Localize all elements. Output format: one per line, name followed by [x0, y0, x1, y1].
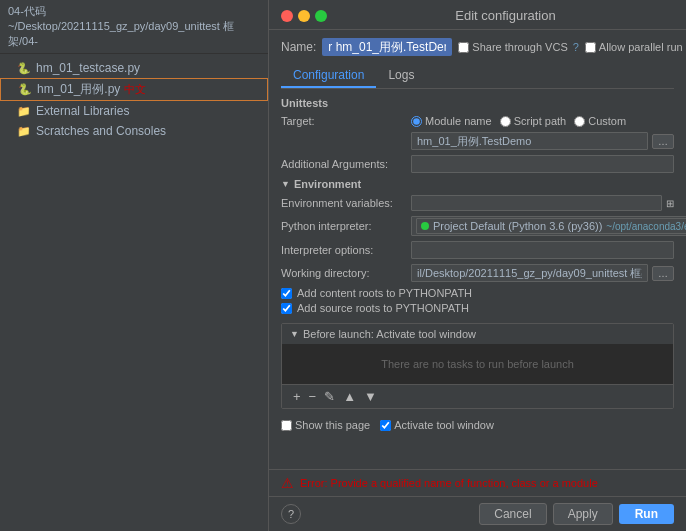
env-input-wrap [411, 195, 662, 211]
activate-tool-window-label: Activate tool window [380, 419, 494, 431]
before-launch-label: Before launch: Activate tool window [303, 328, 476, 340]
additional-args-row: Additional Arguments: [281, 155, 674, 173]
before-launch-body: There are no tasks to run before launch [282, 344, 673, 384]
error-message: Error: Provide a qualified name of funct… [300, 477, 598, 489]
allow-parallel-label: Allow parallel run [585, 41, 683, 53]
interpreter-path: ~/opt/anaconda3/env/ [606, 221, 686, 232]
show-page-label: Show this page [281, 419, 370, 431]
scratch-icon: 📁 [16, 123, 32, 139]
module-name-radio[interactable] [411, 116, 422, 127]
traffic-lights [281, 10, 327, 22]
tabs: Configuration Logs [281, 64, 674, 89]
working-dir-row: Working directory: … [281, 264, 674, 282]
py-file-icon: 🐍 [16, 60, 32, 76]
tree-item-hm01tc[interactable]: 🐍 hm_01_testcase.py [0, 58, 268, 78]
module-name-row: … [281, 132, 674, 150]
name-input[interactable] [322, 38, 452, 56]
tab-logs[interactable]: Logs [376, 64, 426, 88]
help-button[interactable]: ? [281, 504, 301, 524]
target-radio-group: Module name Script path Custom [411, 115, 674, 127]
module-name-input[interactable] [411, 132, 648, 150]
move-down-button[interactable]: ▼ [361, 388, 380, 405]
content-roots-row: Add content roots to PYTHONPATH [281, 287, 674, 299]
environment-toggle[interactable]: ▼ Environment [281, 178, 674, 190]
before-launch-toolbar: + − ✎ ▲ ▼ [282, 384, 673, 408]
tree-item-label: hm_01_testcase.py [36, 61, 140, 75]
working-dir-value: … [411, 264, 674, 282]
tree-item-extlib[interactable]: 📁 External Libraries [0, 101, 268, 121]
env-variables-value: ⊞ [411, 195, 674, 211]
tab-configuration[interactable]: Configuration [281, 64, 376, 88]
close-button[interactable] [281, 10, 293, 22]
additional-args-input[interactable] [411, 155, 674, 173]
source-roots-label: Add source roots to PYTHONPATH [297, 302, 469, 314]
interpreter-options-input[interactable] [411, 241, 674, 259]
target-row: Target: Module name Script path Custom [281, 115, 674, 127]
show-page-checkbox[interactable] [281, 420, 292, 431]
environment-label: Environment [294, 178, 361, 190]
before-launch-section: ▼ Before launch: Activate tool window Th… [281, 323, 674, 409]
working-dir-browse-button[interactable]: … [652, 266, 674, 281]
content-roots-checkbox[interactable] [281, 288, 292, 299]
source-roots-row: Add source roots to PYTHONPATH [281, 302, 674, 314]
before-launch-arrow: ▼ [290, 329, 299, 339]
minimize-button[interactable] [298, 10, 310, 22]
script-path-radio-label[interactable]: Script path [500, 115, 567, 127]
dialog-title: Edit configuration [337, 8, 674, 23]
tree-item-label: hm_01_用例.py [37, 81, 120, 98]
interpreter-name: Project Default (Python 3.6 (py36)) [433, 220, 602, 232]
working-dir-input[interactable] [411, 264, 648, 282]
content-roots-label: Add content roots to PYTHONPATH [297, 287, 472, 299]
add-task-button[interactable]: + [290, 388, 304, 405]
additional-args-label: Additional Arguments: [281, 158, 411, 170]
name-row: Name: Share through VCS ? Allow parallel… [281, 38, 674, 56]
share-help-icon[interactable]: ? [573, 41, 579, 53]
cancel-button[interactable]: Cancel [479, 503, 546, 525]
env-variables-label: Environment variables: [281, 197, 411, 209]
tree-item-scratch[interactable]: 📁 Scratches and Consoles [0, 121, 268, 141]
script-path-radio[interactable] [500, 116, 511, 127]
edit-configuration-dialog: Edit configuration Name: Share through V… [268, 0, 686, 531]
edit-task-button[interactable]: ✎ [321, 388, 338, 405]
remove-task-button[interactable]: − [306, 388, 320, 405]
module-name-browse-button[interactable]: … [652, 134, 674, 149]
env-variables-row: Environment variables: ⊞ [281, 195, 674, 211]
run-button[interactable]: Run [619, 504, 674, 524]
error-bar: ⚠ Error: Provide a qualified name of fun… [269, 469, 686, 496]
interpreter-status-dot [421, 222, 429, 230]
additional-args-value [411, 155, 674, 173]
name-label: Name: [281, 40, 316, 54]
before-launch-header[interactable]: ▼ Before launch: Activate tool window [282, 324, 673, 344]
tree-item-hm01ex[interactable]: 🐍 hm_01_用例.py 中文 [0, 78, 268, 101]
maximize-button[interactable] [315, 10, 327, 22]
share-vcs-checkbox[interactable] [458, 42, 469, 53]
interpreter-options-label: Interpreter options: [281, 244, 411, 256]
working-dir-label: Working directory: [281, 267, 411, 279]
show-row: Show this page Activate tool window [281, 415, 674, 435]
left-panel: 04-代码 ~/Desktop/20211115_gz_py/day09_uni… [0, 0, 268, 531]
tree-item-label: Scratches and Consoles [36, 124, 166, 138]
module-name-radio-label[interactable]: Module name [411, 115, 492, 127]
interpreter-row: Python interpreter: Project Default (Pyt… [281, 216, 674, 236]
dialog-body: Name: Share through VCS ? Allow parallel… [269, 30, 686, 469]
env-expand-button[interactable]: ⊞ [666, 198, 674, 209]
tree-item-label: External Libraries [36, 104, 129, 118]
module-name-value: … [411, 132, 674, 150]
interpreter-options-value [411, 241, 674, 259]
folder-icon: 📁 [16, 103, 32, 119]
panel-header: 04-代码 ~/Desktop/20211115_gz_py/day09_uni… [0, 0, 268, 54]
move-up-button[interactable]: ▲ [340, 388, 359, 405]
activate-tool-window-checkbox[interactable] [380, 420, 391, 431]
allow-parallel-checkbox[interactable] [585, 42, 596, 53]
source-roots-checkbox[interactable] [281, 303, 292, 314]
custom-radio[interactable] [574, 116, 585, 127]
py-file-icon: 🐍 [17, 82, 33, 98]
target-label: Target: [281, 115, 411, 127]
apply-button[interactable]: Apply [553, 503, 613, 525]
custom-radio-label[interactable]: Custom [574, 115, 626, 127]
env-variables-input[interactable] [416, 197, 657, 209]
share-vcs-label: Share through VCS ? [458, 41, 579, 53]
unittests-label: Unittests [281, 97, 674, 109]
bottom-buttons: ? Cancel Apply Run [269, 496, 686, 531]
chinese-label: 中文 [124, 82, 146, 97]
